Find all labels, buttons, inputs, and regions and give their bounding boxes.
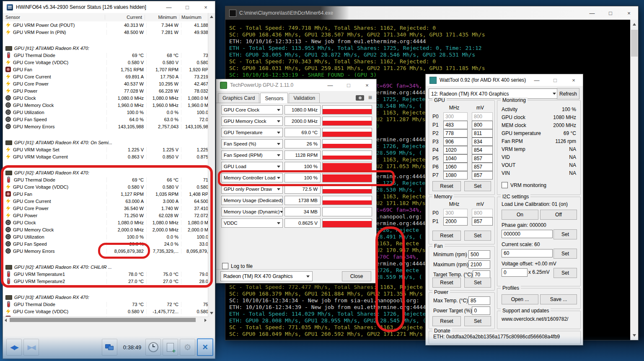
sensor-row[interactable]: GPU Fan Speed26.0 %24.0 %33.0 — [3, 240, 208, 247]
sensor-select[interactable]: Memory Controller Load — [221, 173, 283, 182]
power-reset-button[interactable]: Reset — [432, 316, 461, 326]
sensor-row[interactable]: GPU VRM Power In (PIN)48.500 W7.281 W49.… — [3, 29, 208, 36]
sensor-row[interactable]: GPU Memory Errors143,105,9882,757,043143… — [3, 123, 208, 130]
column-current[interactable]: Current — [105, 15, 145, 20]
sensor-row[interactable]: GPU Clock1,080.0 MHz1,080.0 MHz1,080.0 M — [3, 219, 208, 226]
sensor-select[interactable]: VDDC — [221, 218, 283, 228]
pstate-mhz-input[interactable]: 906 — [443, 138, 468, 146]
sensor-row[interactable]: GPU VRM Temperature227.0 °C27.0 °C28.0 — [3, 278, 208, 285]
sensor-row[interactable]: GPU VRM Temperature178.0 °C75.0 °C79.0 — [3, 270, 208, 278]
sensor-row[interactable]: GPU Power71.250 W62.028 W72.072 — [3, 212, 208, 219]
sensor-row[interactable]: GPU Memory Clock2,000.0 MHz2,000.0 MHz2,… — [3, 226, 208, 233]
sensor-row[interactable]: GPU Core Power40.537 W10.295 W42.467 — [3, 80, 208, 87]
current-scale-set-button[interactable]: Set — [553, 249, 577, 259]
setting-input[interactable]: 0 — [472, 306, 490, 315]
scroll-down-icon[interactable] — [210, 312, 213, 314]
pstate-mv-input[interactable]: 857 — [472, 154, 493, 163]
vrm-monitoring-checkbox[interactable] — [502, 182, 508, 188]
sensor-select[interactable]: Memory Usage (Dynamic) — [221, 207, 283, 216]
pstate-mhz-input[interactable]: 483 — [443, 121, 468, 129]
sensor-row[interactable]: GPU Core Current69.891 A17.750 A73.219 — [3, 73, 208, 80]
pstate-mv-input[interactable]: 800 — [472, 121, 493, 129]
sensor-row[interactable]: GPU Thermal Diode73 °C72 °C75 — [3, 301, 208, 308]
sensor-row[interactable]: GPU Memory Clock1,960.0 MHz1,960.0 MHz1,… — [3, 101, 208, 109]
phase-gain-input[interactable]: 000000 — [502, 230, 553, 238]
sensor-row[interactable]: GPU Fan Speed64.0 %63.0 %72.0 — [3, 116, 208, 123]
sensor-row[interactable]: GPU Fan1,127 RPM1,035 RPM1,408 RP — [3, 190, 208, 197]
pstate-mhz-input[interactable]: 1060 — [443, 163, 468, 171]
llc-on-button[interactable]: On — [502, 210, 538, 220]
close-button[interactable]: × — [197, 1, 215, 13]
sensor-row[interactable]: GPU Core Voltage (VDDC)0.580 V0.580 V0.5… — [3, 183, 208, 190]
column-minimum[interactable]: Minimum — [145, 15, 179, 20]
pstate-mv-input[interactable]: 854 — [472, 146, 493, 154]
profile-save-button[interactable]: Save ... — [540, 294, 577, 304]
close-sensors-button[interactable]: × — [197, 338, 213, 356]
tab-graphics-card[interactable]: Graphics Card — [218, 93, 259, 103]
pstate-mv-input[interactable]: 834 — [472, 138, 493, 146]
remote-sensor-button[interactable] — [102, 339, 117, 356]
sensor-row[interactable]: GPU Fan1,751 RPM1,707 RPM1,920 RP — [3, 66, 208, 73]
fan-reset-button[interactable]: Reset — [432, 278, 461, 288]
support-url[interactable]: www.overclock.net/t/1609782/ — [502, 316, 568, 322]
sensor-select[interactable]: Fan Speed (%) — [221, 139, 283, 148]
setting-input[interactable]: 85 — [468, 296, 490, 305]
fan-set-button[interactable]: Set — [464, 278, 491, 288]
hwinfo-column-headers[interactable]: Sensor Current Minimum Maximum — [3, 13, 208, 22]
close-gpuz-button[interactable]: Close — [342, 271, 371, 281]
logging-report-button[interactable] — [163, 339, 178, 356]
scroll-up-icon[interactable] — [210, 16, 213, 18]
voltage-offset-set-button[interactable]: Set — [553, 268, 577, 278]
power-set-button[interactable]: Set — [464, 316, 491, 326]
watttool-titlebar[interactable]: WattTool 0.92 (for AMD RX 400 series) — … — [426, 74, 583, 86]
llc-off-button[interactable]: Off — [540, 210, 577, 220]
scroll-up-icon[interactable] — [633, 23, 636, 26]
hwinfo-vertical-scrollbar[interactable] — [208, 13, 215, 317]
maximize-button[interactable]: □ — [601, 6, 620, 20]
sensor-row[interactable]: GPU VRM Voltage Current0.863 V0.850 V0.8… — [3, 153, 208, 160]
close-button[interactable]: × — [620, 6, 638, 20]
screenshot-camera-icon[interactable] — [356, 95, 364, 101]
memory-set-button[interactable]: Set — [464, 231, 491, 241]
maximize-button[interactable]: □ — [178, 1, 197, 13]
scrollbar-thumb[interactable] — [10, 318, 196, 322]
sensor-row[interactable]: GPU Thermal Diode69 °C66 °C71 — [3, 176, 208, 183]
console-scrollbar[interactable] — [630, 20, 638, 340]
gpu-reset-button[interactable]: Reset — [432, 181, 461, 191]
log-to-file-checkbox[interactable] — [222, 263, 228, 269]
hwinfo-titlebar[interactable]: HWiNFO64 v5.34-2930 Sensor Status [126 v… — [3, 1, 215, 13]
sensor-row[interactable]: GPU Core Voltage (VDDC)0.580 V0.580 V0.5… — [3, 59, 208, 66]
current-scale-input[interactable]: 60 — [502, 249, 553, 257]
phase-gain-set-button[interactable]: Set — [553, 229, 577, 239]
pstate-mhz-input[interactable]: 1040 — [443, 154, 468, 163]
sensor-select[interactable]: GPU Core Clock — [221, 105, 283, 114]
sensor-row[interactable]: GPU VRM Voltage Set1.225 V1.225 V1.225 — [3, 146, 208, 153]
sensor-row[interactable]: GPU Clock1,080.0 MHz1,080.0 MHz1,080.0 M — [3, 94, 208, 101]
sensor-select[interactable]: Fan Speed (RPM) — [221, 151, 283, 160]
setting-input[interactable]: 500 — [468, 250, 490, 259]
gpu-device-select[interactable]: Radeon (TM) RX 470 Graphics — [220, 271, 313, 281]
pstate-mhz-input[interactable]: 778 — [443, 129, 468, 138]
tab-validation[interactable]: Validation — [289, 93, 320, 103]
scroll-down-icon[interactable] — [633, 334, 636, 337]
sensor-select[interactable]: GPU Temperature — [221, 128, 283, 137]
sensor-row[interactable]: GPU Thermal Diode69 °C68 °C73 — [3, 52, 208, 59]
minimize-button[interactable]: — — [528, 74, 546, 86]
sensor-row[interactable]: GPU VRM Power Out (POUT)40.313 W7.344 W4… — [3, 21, 208, 29]
tab-sensors[interactable]: Sensors — [260, 93, 288, 103]
minimize-button[interactable]: — — [160, 1, 178, 13]
pstate-mv-input[interactable]: 857 — [472, 163, 493, 171]
sensor-select[interactable]: Memory Usage (Dedicated) — [221, 196, 283, 205]
minimize-button[interactable]: — — [321, 79, 339, 91]
sensor-row[interactable]: GPU Core Voltage (VDDC)0.580 V-1,475,772… — [3, 308, 208, 315]
column-maximum[interactable]: Maximum — [179, 15, 208, 20]
sensor-row[interactable]: GPU Utilization100.0 %0.0 %100.0 — [3, 109, 208, 116]
pstate-mhz-input[interactable]: 1080 — [443, 171, 468, 179]
navigate-back-forward-button[interactable]: ◀▶ — [6, 339, 22, 356]
setting-input[interactable]: 2100 — [468, 260, 490, 269]
sensor-row[interactable]: GPU Core Current63.000 A3.000 A64.500 — [3, 197, 208, 205]
close-button[interactable]: × — [358, 79, 376, 91]
hwinfo-horizontal-scrollbar[interactable] — [3, 317, 208, 323]
sensor-row[interactable]: GPU Memory Errors8,095,879,3827,735,329,… — [3, 247, 208, 255]
refresh-button[interactable]: Refresh — [557, 88, 579, 99]
